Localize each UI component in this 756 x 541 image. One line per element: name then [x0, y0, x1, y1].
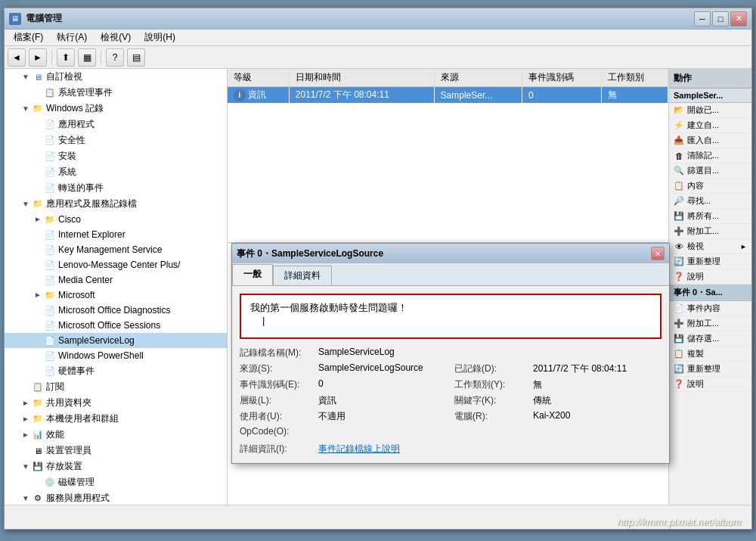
show-hide-button[interactable]: ▦ — [78, 48, 96, 67]
up-button[interactable]: ⬆ — [57, 48, 75, 67]
field-spacer1 — [454, 347, 662, 359]
rp-view-label: 檢視 — [687, 241, 704, 252]
field-level: 層級(L): 資訊 — [240, 394, 447, 407]
sidebar-item-setup[interactable]: 📄 安裝 — [5, 148, 227, 164]
view-icon: 👁 — [674, 241, 684, 252]
rp-find[interactable]: 🔎 尋找... — [669, 194, 751, 209]
sidebar-item-system[interactable]: 📄 系統 — [5, 164, 227, 180]
modal-close-button[interactable]: ✕ — [651, 247, 665, 260]
sidebar-item-forward[interactable]: 📄 轉送的事件 — [5, 180, 227, 196]
rp-props[interactable]: 📋 內容 — [669, 179, 751, 194]
sidebar-item-syslog[interactable]: 📋 系統管理事件 — [5, 85, 227, 101]
log-row[interactable]: i 資訊 2011/7/2 下午 08:04:11 SampleSer... 0… — [228, 87, 668, 104]
doc-icon-2: 📄 — [44, 151, 56, 163]
sidebar-item-applog[interactable]: ▼ 📁 應用程式及服務記錄檔 — [5, 196, 227, 212]
back-button[interactable]: ◄ — [8, 48, 26, 67]
sidebar-item-msoffice-diag[interactable]: 📄 Microsoft Office Diagnostics — [5, 303, 227, 318]
help-button[interactable]: ? — [106, 48, 124, 67]
rp-open[interactable]: 📂 開啟已... — [669, 103, 751, 118]
window-title: 電腦管理 — [26, 12, 62, 25]
rp-event-content[interactable]: 📄 事件內容 — [669, 301, 751, 316]
rp-refresh[interactable]: 🔄 重新整理 — [669, 254, 751, 269]
sidebar-item-kms[interactable]: 📄 Key Management Service — [5, 242, 227, 257]
rp-create[interactable]: ⚡ 建立自... — [669, 118, 751, 133]
sidebar-item-svcapp[interactable]: ▼ ⚙ 服務與應用程式 — [5, 490, 227, 505]
menu-action[interactable]: 執行(A) — [51, 30, 93, 45]
modal-title-bar: 事件 0・SampleServiceLogSource ✕ — [232, 244, 669, 263]
sidebar-item-devmgr[interactable]: 🖥 裝置管理員 — [5, 443, 227, 459]
rp-save-all-label: 將所有... — [687, 210, 719, 222]
modal-fields: 記錄檔名稱(M): SampleServiceLog 來源(S): Sample… — [240, 347, 662, 455]
rp-help[interactable]: ❓ 說明 — [669, 269, 751, 284]
maximize-button[interactable]: □ — [712, 11, 729, 26]
hwevt-icon: 📄 — [44, 365, 56, 378]
sidebar-item-localuser[interactable]: ► 📁 本機使用者和群組 — [5, 411, 227, 427]
rp-find-label: 尋找... — [687, 195, 711, 207]
rp-attach-label: 附加工... — [687, 225, 719, 237]
log-doc-icon: 📄 — [44, 119, 56, 131]
event-message: 我的第一個服務啟動時發生問題囉！ — [250, 302, 407, 313]
sidebar-item-ie[interactable]: 📄 Internet Explorer — [5, 227, 227, 242]
level-label: 層級(L): — [240, 394, 315, 407]
tab-detail[interactable]: 詳細資料 — [273, 266, 332, 285]
title-bar: 🖥 電腦管理 ─ □ ✕ — [5, 8, 751, 30]
rp-help2-label: 說明 — [687, 378, 704, 390]
forward-button[interactable]: ► — [29, 48, 47, 67]
rp-help2[interactable]: ❓ 說明 — [669, 377, 751, 392]
rp-refresh2[interactable]: 🔄 重新整理 — [669, 362, 751, 377]
help-icon: ❓ — [674, 272, 684, 282]
sidebar-item-hwevt[interactable]: 📄 硬體事件 — [5, 363, 227, 379]
field-computer: 電腦(R): Kai-X200 — [454, 410, 662, 423]
rp-attach[interactable]: ➕ 附加工... — [669, 224, 751, 239]
sidebar-item-perf[interactable]: ► 📊 效能 — [5, 427, 227, 443]
rp-attach2[interactable]: ➕ 附加工... — [669, 316, 751, 331]
devmgr-icon: 🖥 — [32, 445, 44, 457]
menu-help[interactable]: 說明(H) — [138, 30, 181, 45]
eventid-value: 0 — [318, 378, 447, 389]
detail-link[interactable]: 事件記錄檔線上說明 — [318, 443, 662, 455]
sidebar-item-shared[interactable]: ► 📁 共用資料夾 — [5, 395, 227, 411]
event-content-icon: 📄 — [674, 303, 684, 314]
toolbar: ◄ ► ⬆ ▦ ? ▤ — [5, 46, 751, 69]
sidebar-item-cisco[interactable]: ► 📁 Cisco — [5, 212, 227, 227]
rp-copy[interactable]: 📋 複製 — [669, 347, 751, 362]
rp-import[interactable]: 📥 匯入自... — [669, 133, 751, 148]
perf-icon: 📊 — [32, 429, 44, 441]
log-cell-datetime: 2011/7/2 下午 08:04:11 — [289, 87, 434, 104]
log-cell-level: i 資訊 — [228, 87, 289, 104]
tab-general[interactable]: 一般 — [232, 264, 273, 285]
sidebar-item-app[interactable]: 📄 應用程式 — [5, 117, 227, 132]
sidebar-item-security[interactable]: 📄 安全性 — [5, 132, 227, 148]
subscribe-icon: 📋 — [32, 381, 44, 393]
sidebar-item-custom-view[interactable]: ▼ 🖥 自訂檢視 — [5, 69, 227, 85]
field-logname: 記錄檔名稱(M): SampleServiceLog — [240, 347, 447, 359]
rp-save-sel[interactable]: 💾 儲存選... — [669, 331, 751, 347]
logname-label: 記錄檔名稱(M): — [240, 347, 315, 359]
svcapp-icon: ⚙ — [32, 493, 44, 505]
computer-value: Kai-X200 — [533, 410, 662, 421]
user-value: 不適用 — [318, 410, 447, 423]
right-panel: 動作 SampleSer... 📂 開啟已... ⚡ 建立自... 📥 匯入自.… — [668, 69, 751, 505]
sidebar-item-media[interactable]: 📄 Media Center — [5, 272, 227, 288]
sidebar-item-msoffice-ses[interactable]: 📄 Microsoft Office Sessions — [5, 318, 227, 333]
sidebar-item-diskmgr[interactable]: 💿 磁碟管理 — [5, 474, 227, 490]
sidebar-item-winlog[interactable]: ▼ 📁 Windows 記錄 — [5, 101, 227, 117]
sidebar-item-lenovo[interactable]: 📄 Lenovo-Message Center Plus/ — [5, 257, 227, 272]
sidebar-item-subscribe[interactable]: 📋 訂閱 — [5, 379, 227, 395]
right-panel-header: 動作 — [669, 69, 751, 89]
close-button[interactable]: ✕ — [730, 11, 747, 26]
sidebar-item-microsoft[interactable]: ► 📁 Microsoft — [5, 288, 227, 303]
menu-view[interactable]: 檢視(V) — [94, 30, 137, 45]
sidebar-item-samplelog[interactable]: 📄 SampleServiceLog — [5, 333, 227, 348]
text-cursor: | — [262, 315, 265, 326]
sidebar-item-winps[interactable]: 📄 Windows PowerShell — [5, 348, 227, 363]
minimize-button[interactable]: ─ — [694, 11, 711, 26]
rp-view[interactable]: 👁 檢視 ► — [669, 239, 751, 254]
rp-filter[interactable]: 🔍 篩選目... — [669, 163, 751, 179]
rp-save-all[interactable]: 💾 將所有... — [669, 209, 751, 224]
filter-icon: 🔍 — [674, 166, 684, 176]
sidebar-item-storage[interactable]: ▼ 💾 存放裝置 — [5, 459, 227, 474]
menu-button[interactable]: ▤ — [127, 48, 145, 67]
menu-file[interactable]: 檔案(F) — [8, 30, 49, 45]
rp-clear[interactable]: 🗑 清除記... — [669, 148, 751, 163]
